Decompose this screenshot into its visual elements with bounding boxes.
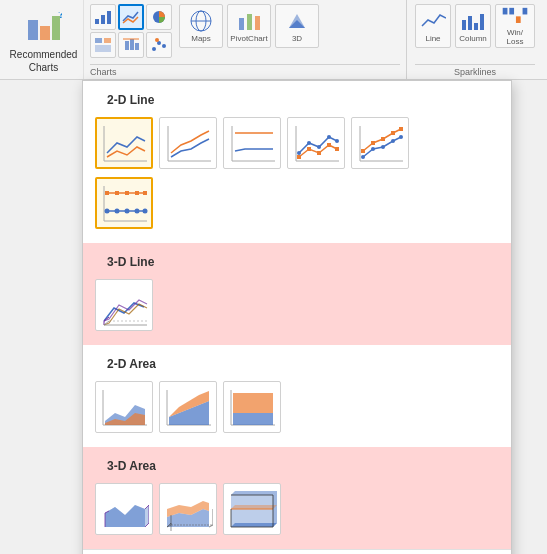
svg-point-45 <box>335 139 339 143</box>
svg-rect-1 <box>40 26 50 40</box>
svg-point-44 <box>327 135 331 139</box>
svg-rect-32 <box>523 8 528 15</box>
chart-item[interactable] <box>287 117 345 169</box>
svg-rect-60 <box>381 137 385 141</box>
svg-rect-26 <box>468 16 472 30</box>
svg-point-15 <box>152 47 156 51</box>
svg-point-56 <box>391 139 395 143</box>
charts-section-label: Charts <box>90 64 400 77</box>
svg-point-69 <box>143 209 148 214</box>
scatter-chart-btn[interactable] <box>146 32 172 58</box>
chart-item[interactable] <box>223 483 281 535</box>
svg-rect-70 <box>105 191 109 195</box>
2d-line-title: 2-D Line <box>95 85 499 113</box>
pivot-chart-btn[interactable]: PivotChart <box>227 4 271 48</box>
svg-rect-10 <box>95 45 111 52</box>
chart-item[interactable] <box>95 381 153 433</box>
chart-item[interactable] <box>351 117 409 169</box>
chart-item[interactable] <box>159 117 217 169</box>
3d-area-section: 3-D Area <box>83 447 511 549</box>
2d-line-section: 2-D Line <box>83 81 511 243</box>
sparkline-win-loss-btn[interactable]: Win/Loss <box>495 4 535 48</box>
chart-item[interactable] <box>223 381 281 433</box>
line-chart-btn[interactable] <box>118 4 144 30</box>
svg-rect-72 <box>125 191 129 195</box>
svg-rect-6 <box>107 11 111 24</box>
svg-rect-62 <box>399 127 403 131</box>
svg-point-57 <box>399 135 403 139</box>
svg-rect-61 <box>391 131 395 135</box>
sparklines-section-label: Sparklines <box>415 64 535 77</box>
recommended-charts-button[interactable]: ? RecommendedCharts <box>4 0 84 79</box>
svg-rect-0 <box>28 20 38 40</box>
3d-line-title: 3-D Line <box>95 247 499 275</box>
svg-point-17 <box>162 44 166 48</box>
svg-rect-9 <box>104 38 111 43</box>
svg-point-67 <box>125 209 130 214</box>
svg-rect-8 <box>95 38 102 43</box>
3d-line-section: 3-D Line <box>83 243 511 345</box>
svg-point-66 <box>115 209 120 214</box>
svg-rect-30 <box>509 8 514 15</box>
svg-point-54 <box>371 147 375 151</box>
svg-rect-49 <box>327 143 331 147</box>
svg-rect-50 <box>335 147 339 151</box>
svg-rect-73 <box>135 191 139 195</box>
2d-line-charts-row2 <box>95 173 499 233</box>
svg-rect-59 <box>371 141 375 145</box>
stat-chart-btn[interactable] <box>118 32 144 58</box>
chart-type-dropdown: 2-D Line <box>82 80 512 554</box>
recommended-charts-label: RecommendedCharts <box>10 48 78 74</box>
svg-rect-12 <box>130 39 134 50</box>
svg-rect-47 <box>307 147 311 151</box>
svg-rect-24 <box>255 16 260 30</box>
bar-chart-btn[interactable] <box>90 4 116 30</box>
svg-point-18 <box>155 38 159 42</box>
svg-rect-58 <box>361 149 365 153</box>
2d-area-title: 2-D Area <box>95 349 499 377</box>
chart-item[interactable] <box>95 117 153 169</box>
svg-rect-4 <box>95 19 99 24</box>
chart-item[interactable] <box>95 177 153 229</box>
svg-rect-13 <box>135 43 139 50</box>
chart-item[interactable] <box>159 381 217 433</box>
2d-area-charts-row <box>95 377 499 437</box>
chart-item[interactable] <box>223 117 281 169</box>
chart-item[interactable] <box>159 483 217 535</box>
svg-text:?: ? <box>58 12 62 20</box>
3d-map-btn[interactable]: 3D <box>275 4 319 48</box>
sparkline-column-btn[interactable]: Column <box>455 4 491 48</box>
ribbon: ? RecommendedCharts <box>0 0 547 80</box>
svg-rect-28 <box>480 14 484 30</box>
svg-point-41 <box>297 151 301 155</box>
svg-rect-48 <box>317 151 321 155</box>
svg-rect-25 <box>462 20 466 30</box>
3d-area-charts-row <box>95 479 499 539</box>
svg-rect-29 <box>503 8 508 15</box>
sparkline-line-btn[interactable]: Line <box>415 4 451 48</box>
svg-rect-22 <box>239 18 244 30</box>
svg-point-43 <box>317 145 321 149</box>
svg-rect-71 <box>115 191 119 195</box>
more-charts-link[interactable]: More Line Charts... <box>83 549 511 554</box>
svg-rect-27 <box>474 23 478 30</box>
svg-point-55 <box>381 145 385 149</box>
maps-btn[interactable]: Maps <box>179 4 223 48</box>
svg-rect-23 <box>247 14 252 30</box>
pie-chart-btn[interactable] <box>146 4 172 30</box>
svg-point-42 <box>307 141 311 145</box>
svg-rect-11 <box>125 41 129 50</box>
chart-item[interactable] <box>95 279 153 331</box>
svg-point-53 <box>361 155 365 159</box>
3d-area-title: 3-D Area <box>95 451 499 479</box>
svg-point-68 <box>135 209 140 214</box>
2d-area-section: 2-D Area <box>83 345 511 447</box>
svg-point-65 <box>105 209 110 214</box>
hierarchy-chart-btn[interactable] <box>90 32 116 58</box>
2d-line-charts-row <box>95 113 499 173</box>
chart-item[interactable] <box>95 483 153 535</box>
svg-rect-5 <box>101 15 105 24</box>
svg-rect-74 <box>143 191 147 195</box>
3d-line-charts-row <box>95 275 499 335</box>
svg-rect-46 <box>297 155 301 159</box>
